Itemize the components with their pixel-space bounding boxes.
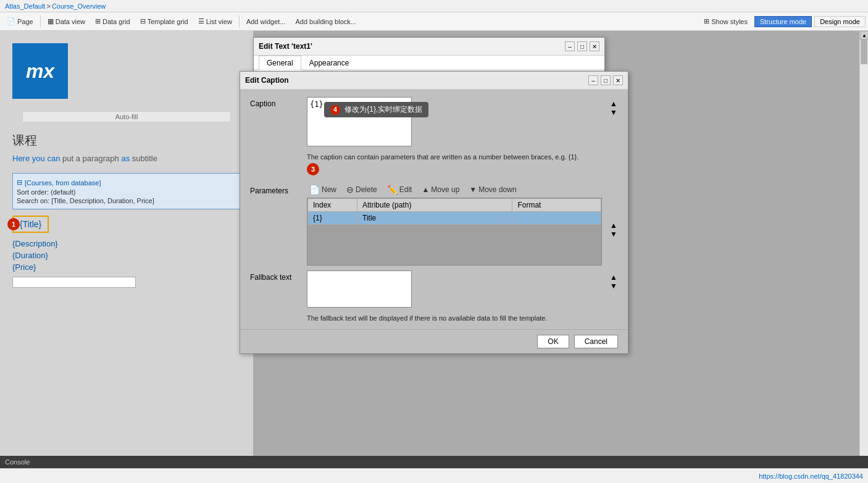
fallback-container (307, 271, 602, 309)
minimize-button[interactable]: – (565, 41, 575, 51)
mx-logo: mx (12, 43, 68, 99)
scroll-up-arrow[interactable]: ▲ (860, 31, 868, 40)
fallback-scroll-down[interactable]: ▼ (609, 282, 618, 290)
breadcrumb-separator: > (46, 2, 50, 10)
add-widget-button[interactable]: Add widget... (242, 16, 290, 27)
params-scroll-up[interactable]: ▲ (609, 221, 618, 230)
params-table-container: Index Attribute (path) Format {1} Title (307, 198, 602, 266)
auto-fill-bar: Auto-fill (22, 111, 231, 122)
badge-3: 3 (307, 163, 319, 175)
console-label: Console (5, 458, 30, 466)
badge-4: 4 (330, 105, 340, 115)
title-item: {Title} (20, 219, 41, 229)
maximize-button[interactable]: □ (577, 41, 587, 51)
price-item: {Price} (12, 262, 241, 272)
help-spacer (250, 153, 299, 180)
dialog-edit-caption-controls: – □ ✕ (588, 75, 623, 85)
description-item: {Description} (12, 239, 241, 248)
list-view-button[interactable]: ☰ List view (194, 15, 236, 27)
cancel-button[interactable]: Cancel (574, 335, 618, 348)
parameters-row: Parameters 📄 New ⊖ Delete ✏️ (250, 184, 618, 266)
list-view-icon: ☰ (198, 17, 204, 25)
data-view-icon: ▦ (48, 17, 54, 25)
toolbar-divider (40, 15, 41, 28)
caption-scroll-down[interactable]: ▼ (609, 108, 618, 117)
toolbar-divider-2 (239, 15, 240, 28)
ok-button[interactable]: OK (537, 335, 569, 348)
list-header: ⊟ [Courses, from database] (17, 177, 236, 188)
delete-icon: ⊖ (346, 185, 354, 195)
dialog-edit-caption-title: Edit Caption (245, 76, 289, 85)
show-styles-button[interactable]: ⊞ Show styles (699, 15, 752, 27)
help-row: The caption can contain parameters that … (250, 153, 618, 180)
caption-close-button[interactable]: ✕ (613, 75, 623, 85)
row-format (512, 212, 601, 225)
fallback-label: Fallback text (250, 271, 299, 282)
data-grid-button[interactable]: ⊞ Data grid (91, 15, 135, 27)
right-scrollbar: ▲ ▼ (859, 31, 868, 468)
parameters-section: 📄 New ⊖ Delete ✏️ Edit ▲ (307, 184, 602, 266)
course-subtitle: Here you can put a paragraph as subtitle (12, 154, 241, 163)
left-panel: mx Auto-fill 课程 Here you can put a parag… (0, 31, 253, 468)
fallback-scroll-up[interactable]: ▲ (609, 273, 618, 282)
move-up-icon: ▲ (422, 185, 429, 194)
dialog-edit-text-controls: – □ ✕ (565, 41, 599, 51)
caption-minimize-button[interactable]: – (588, 75, 598, 85)
search-on: Search on: [Title, Description, Duration… (17, 196, 236, 205)
search-box-row (12, 277, 241, 288)
styles-icon: ⊞ (704, 17, 709, 25)
caption-help-text: The caption can contain parameters that … (307, 153, 618, 175)
caption-field-label: Caption (250, 97, 299, 108)
caption-maximize-button[interactable]: □ (601, 75, 611, 85)
main-area: mx Auto-fill 课程 Here you can put a parag… (0, 31, 868, 468)
close-button[interactable]: ✕ (590, 41, 599, 51)
dialog-edit-text-title: Edit Text 'text1' (259, 42, 312, 51)
design-mode-button[interactable]: Design mode (814, 16, 866, 27)
toolbar-right-group: ⊞ Show styles Structure mode Design mode (699, 15, 866, 27)
page-button[interactable]: 📄 Page (2, 15, 38, 27)
course-title: 课程 (12, 132, 241, 149)
params-table: Index Attribute (path) Format {1} Title (307, 198, 601, 225)
move-up-button[interactable]: ▲ Move up (419, 185, 462, 195)
search-input[interactable] (12, 277, 136, 288)
structure-mode-button[interactable]: Structure mode (754, 16, 812, 27)
delete-param-button[interactable]: ⊖ Delete (344, 184, 380, 195)
table-row[interactable]: {1} Title (308, 212, 601, 225)
col-attribute: Attribute (path) (357, 199, 512, 212)
dialog-footer: OK Cancel (240, 329, 628, 353)
col-format: Format (512, 199, 601, 212)
dialog-edit-text-tabs: General Appearance (254, 56, 604, 70)
row-index: {1} (308, 212, 357, 225)
new-icon: 📄 (309, 185, 320, 195)
move-down-icon: ▼ (469, 185, 477, 194)
fallback-row: Fallback text ▲ ▼ (250, 271, 618, 309)
edit-icon: ✏️ (387, 185, 398, 195)
template-grid-button[interactable]: ⊟ Template grid (136, 15, 193, 27)
add-building-block-button[interactable]: Add building block... (291, 16, 360, 27)
caption-scroll-up[interactable]: ▲ (609, 99, 618, 108)
caption-tooltip: 4 修改为{1},实时绑定数据 (324, 102, 428, 117)
col-index: Index (308, 199, 357, 212)
edit-param-button[interactable]: ✏️ Edit (385, 184, 415, 195)
data-grid-icon: ⊞ (95, 17, 101, 25)
breadcrumb-bar: Atlas_Default > Course_Overview (0, 0, 868, 12)
fallback-help: The fallback text will be displayed if t… (307, 314, 618, 322)
fallback-textarea[interactable] (307, 271, 412, 308)
breadcrumb-part1[interactable]: Atlas_Default (5, 2, 45, 10)
tab-appearance[interactable]: Appearance (301, 56, 357, 70)
dialog-edit-text-titlebar: Edit Text 'text1' – □ ✕ (254, 38, 604, 56)
dialog-edit-caption-titlebar: Edit Caption – □ ✕ (240, 72, 628, 90)
new-param-button[interactable]: 📄 New (307, 184, 339, 195)
data-view-button[interactable]: ▦ Data view (43, 15, 90, 27)
breadcrumb-part2[interactable]: Course_Overview (52, 2, 106, 10)
list-icon: ⊟ (17, 178, 22, 187)
move-down-button[interactable]: ▼ Move down (467, 185, 519, 195)
caption-input-container: {1} 4 修改为{1},实时绑定数据 (307, 97, 602, 148)
caption-field-row: Caption {1} 4 修改为{1},实时绑定数据 ▲ ▼ (250, 97, 618, 148)
parameters-label: Parameters (250, 184, 299, 195)
badge-1: 1 (7, 218, 20, 230)
main-toolbar: 📄 Page ▦ Data view ⊞ Data grid ⊟ Templat… (0, 12, 868, 31)
params-scroll-down[interactable]: ▼ (609, 230, 618, 238)
scroll-thumb[interactable] (861, 40, 867, 64)
tab-general[interactable]: General (259, 56, 301, 70)
